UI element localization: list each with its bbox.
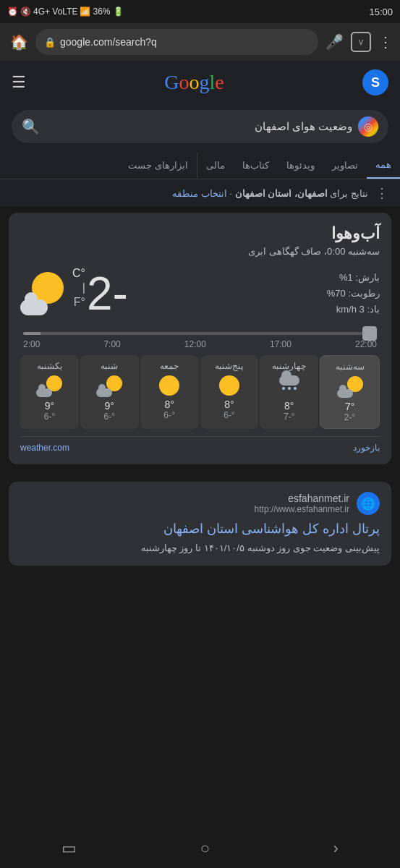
feedback-link[interactable]: بازخورد [353, 443, 380, 453]
cloud-shape [20, 299, 48, 315]
temperature-value: -2 [87, 267, 128, 320]
fahrenheit-unit[interactable]: °F [72, 296, 85, 309]
forecast-day-name-0: سه‌شنبه [323, 362, 376, 372]
forecast-low-3: °-6 [143, 410, 196, 420]
url-bar[interactable]: 🔒 google.com/search?q [35, 29, 318, 55]
timeline-label-4: 2:00 [23, 339, 40, 349]
results-options-icon[interactable]: ⋮ [375, 185, 388, 201]
forecast-icon-2 [219, 375, 239, 396]
result-site-info: 🌐 esfahanmet.ir http://www.esfahanmet.ir [20, 492, 380, 515]
weather-subtitle: سه‌شنبه 0:00، صاف گهگاهی ابری [20, 246, 380, 257]
search-query: وضعیت هوای اصفهان [46, 120, 352, 133]
precipitation-text: بارش: 1% [327, 270, 380, 286]
alarm-icon: ⏰ [7, 7, 18, 17]
forecast-icon-3 [159, 375, 179, 396]
mute-icon: 🔇 [20, 7, 31, 17]
forecast-row: سه‌شنبه 7° °-2 چهارشنبه 8° °-7 پنج‌شنبه … [20, 355, 380, 429]
google-lens-icon[interactable]: ◎ [358, 116, 378, 137]
weather-footer: بازخورد weather.com [20, 436, 380, 453]
forecast-high-0: 7° [323, 401, 376, 412]
forecast-high-5: 9° [23, 400, 76, 412]
forecast-day-0[interactable]: سه‌شنبه 7° °-2 [320, 355, 380, 429]
timeline-label-3: 7:00 [103, 339, 120, 349]
timeline-label-1: 17:00 [270, 339, 292, 349]
forecast-day-name-5: یکشنبه [23, 361, 76, 371]
browser-menu-icon[interactable]: ⋮ [378, 33, 393, 51]
search-icon[interactable]: 🔍 [22, 118, 40, 135]
network-text: 4G+ VoLTE [33, 7, 77, 17]
tab-books[interactable]: کتاب‌ها [234, 153, 278, 178]
tab-images[interactable]: تصاویر [323, 153, 367, 178]
battery-icon: 🔋 [113, 7, 124, 17]
forecast-icon-4 [96, 375, 122, 397]
microphone-icon[interactable]: 🎤 [325, 33, 344, 51]
forecast-low-2: °-6 [203, 410, 256, 420]
unit-separator: | [72, 281, 85, 294]
search-bar[interactable]: ◎ وضعیت هوای اصفهان 🔍 [12, 110, 388, 143]
timeline-label-2: 12:00 [184, 339, 206, 349]
browser-tab-icon[interactable]: v [351, 32, 371, 52]
status-right: 15:00 [369, 7, 393, 17]
forecast-low-4: °-6 [83, 412, 136, 422]
time-display: 15:00 [369, 7, 393, 17]
forecast-day-4[interactable]: شنبه 9° °-6 [80, 355, 139, 429]
battery-text: 36% [93, 7, 110, 17]
weather-condition-icon [20, 272, 64, 315]
nav-recents-icon[interactable]: ▭ [47, 833, 91, 864]
tools-tab[interactable]: ابزارهای جست [119, 153, 197, 178]
forecast-day-3[interactable]: جمعه 8° °-6 [140, 355, 199, 429]
forecast-day-2[interactable]: پنج‌شنبه 8° °-6 [200, 355, 259, 429]
result-title[interactable]: پرتال اداره کل هواشناسی استان اصفهان [20, 521, 380, 537]
results-header: ⋮ نتایج برای اصفهان، استان اصفهان · انتخ… [0, 179, 400, 207]
nav-back-icon[interactable]: ‹ [318, 833, 352, 864]
status-bar: 15:00 🔋 36% 📶 4G+ VoLTE 🔇 ⏰ [0, 0, 400, 23]
forecast-high-1: 8° [263, 400, 315, 412]
divider [0, 470, 400, 476]
forecast-icon-1 [276, 375, 302, 397]
weather-main: بارش: 1% رطوبت: 70% باد: 3 km/h -2 °C | … [20, 267, 380, 320]
result-url: http://www.esfahanmet.ir [255, 504, 349, 514]
nav-home-icon[interactable]: ○ [186, 833, 224, 864]
google-header: S Google ☰ [0, 61, 400, 104]
result-domain-group: esfahanmet.ir http://www.esfahanmet.ir [255, 493, 349, 514]
hamburger-icon[interactable]: ☰ [12, 73, 26, 92]
forecast-day-name-1: چهارشنبه [263, 361, 315, 371]
nav-spacer [0, 571, 400, 615]
google-avatar[interactable]: S [362, 69, 388, 95]
browser-bar: ⋮ v 🎤 🔒 google.com/search?q 🏠 [0, 23, 400, 61]
weather-card: آب‌وهوا سه‌شنبه 0:00، صاف گهگاهی ابری با… [9, 213, 391, 464]
search-result-card: 🌐 esfahanmet.ir http://www.esfahanmet.ir… [9, 482, 391, 566]
forecast-icon-5 [36, 375, 62, 397]
forecast-low-0: °-2 [323, 412, 376, 422]
wind-text: باد: 3 km/h [327, 302, 380, 318]
forecast-low-1: °-7 [263, 412, 315, 422]
tab-videos[interactable]: ویدئوها [278, 153, 323, 178]
celsius-unit[interactable]: °C [72, 267, 85, 280]
timeline-label-0: 22:00 [355, 339, 377, 349]
forecast-day-name-4: شنبه [83, 361, 136, 371]
forecast-day-name-3: جمعه [143, 361, 196, 371]
google-logo: Google [164, 71, 224, 94]
timeline-thumb[interactable] [362, 326, 377, 341]
forecast-high-2: 8° [203, 399, 256, 410]
weather-title: آب‌وهوا [20, 224, 380, 243]
navigation-bar: ‹ ○ ▭ [0, 829, 400, 868]
temperature-units[interactable]: °C | °F [72, 267, 85, 309]
forecast-day-5[interactable]: یکشنبه 9° °-6 [20, 355, 79, 429]
forecast-day-name-2: پنج‌شنبه [203, 361, 256, 371]
tab-finance[interactable]: مالی [197, 153, 234, 178]
forecast-day-1[interactable]: چهارشنبه 8° °-7 [260, 355, 318, 429]
humidity-text: رطوبت: 70% [327, 286, 380, 302]
timeline-container[interactable]: 22:00 17:00 12:00 7:00 2:00 [20, 332, 380, 349]
weather-details: بارش: 1% رطوبت: 70% باد: 3 km/h [327, 270, 380, 318]
location-select-link[interactable]: · انتخاب منطقه [172, 188, 232, 199]
result-favicon: 🌐 [357, 492, 380, 515]
signal-icon: 📶 [80, 7, 90, 17]
result-description: پیش‌بینی وضعیت جوی روز دوشنبه ۱۴۰۱/۱۰/۵ … [20, 541, 380, 556]
search-bar-container: ◎ وضعیت هوای اصفهان 🔍 [0, 104, 400, 152]
timeline-slider[interactable] [23, 332, 377, 335]
forecast-high-3: 8° [143, 399, 196, 410]
weather-source-link[interactable]: weather.com [20, 443, 69, 453]
home-icon[interactable]: 🏠 [10, 33, 28, 51]
tab-all[interactable]: همه [367, 152, 400, 179]
